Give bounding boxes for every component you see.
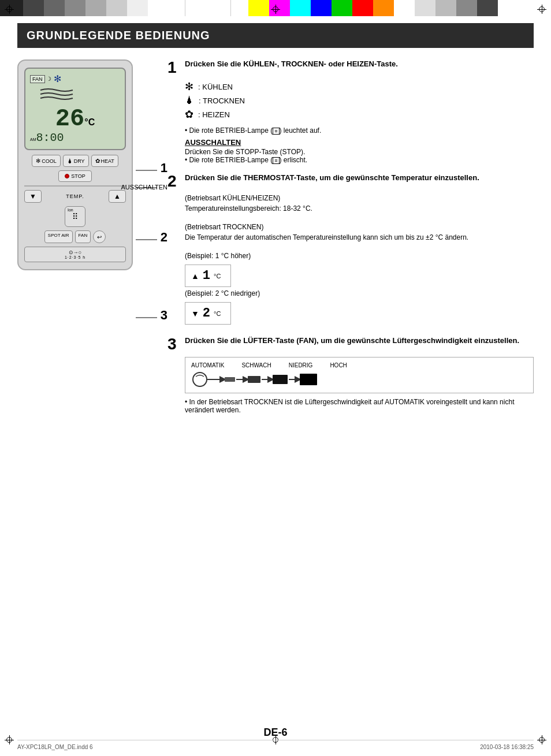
timer-sub-label: 1·2·3·5 h: [33, 255, 117, 259]
title-bar: GRUNDLEGENDE BEDIENUNG: [17, 23, 534, 48]
heat-label: HEAT: [101, 158, 114, 164]
lcd-top-row: FAN ☽ ✻: [30, 73, 120, 84]
ausschalten-label: AUSSCHALTEN: [121, 184, 167, 191]
ion-dots-icon: ⠿: [72, 212, 78, 221]
cool-snowflake-icon: ✻: [36, 158, 40, 164]
content-area: FAN ☽ ✻: [17, 59, 534, 423]
timer-button[interactable]: ⊙→○ 1·2·3·5 h: [24, 247, 126, 262]
example2-box: ▼ 2 °C: [185, 302, 231, 325]
mode-icons-row: ✻ : KÜHLEN 🌢 : TROCKNEN ✿ : HEIZEN: [185, 80, 534, 121]
footer-right: 2010-03-18 16:38:25: [480, 744, 534, 750]
temp-unit: °C: [84, 117, 95, 128]
niedrig-label: NIEDRIG: [289, 362, 313, 368]
airflow-lines: [39, 87, 120, 105]
temp-down-button[interactable]: ▼: [24, 190, 42, 203]
step2-sub1: (Betriebsart KÜHLEN/HEIZEN): [185, 194, 534, 202]
step2-section: 2 Drücken Sie die THERMOSTAT-Taste, um d…: [167, 173, 534, 327]
step1-number: 1: [167, 59, 180, 76]
reg-mark-topcenter: [271, 5, 280, 14]
time-display: AM 8:00: [30, 131, 120, 144]
spot-air-label: SPOT AIR: [48, 233, 69, 238]
fan-speed-diagram: AUTOMATIK SCHWACH NIEDRIG HOCH: [185, 357, 534, 393]
spot-air-button[interactable]: SPOT AIR: [44, 230, 73, 243]
page-title: GRUNDLEGENDE BEDIENUNG: [27, 29, 524, 42]
dry-label: DRY: [74, 158, 85, 164]
cool-button[interactable]: ✻ COOL: [32, 155, 61, 167]
arrow-button[interactable]: ↩: [93, 230, 106, 243]
step-marker-3: 3: [161, 308, 167, 323]
example2-label: (Beispiel: 2 °C niedriger): [185, 289, 534, 297]
svg-rect-10: [273, 375, 288, 384]
dry-icon: 🌢: [67, 158, 73, 164]
kuhlen-icon: ✻: [185, 80, 193, 93]
step1-note: • Die rote BETRIEB-Lampe (≡) leuchtet au…: [185, 126, 534, 135]
stop-indicator: [65, 174, 69, 178]
bottom-bar: AY-XPC18LR_OM_DE.indd 6 2010-03-18 16:38…: [17, 740, 534, 750]
svg-rect-12: [300, 374, 317, 385]
timer-button-container: ⊙→○ 1·2·3·5 h: [24, 247, 126, 262]
svg-rect-8: [248, 376, 260, 383]
temp-up-button[interactable]: ▲: [109, 190, 126, 203]
step2-number: 2: [167, 173, 180, 189]
step3-body: AUTOMATIK SCHWACH NIEDRIG HOCH: [185, 357, 534, 414]
footer-left: AY-XPC18LR_OM_DE.indd 6: [17, 744, 93, 750]
svg-point-4: [193, 373, 207, 386]
reg-mark-bottomright: [537, 735, 546, 744]
step-marker-1: 1: [161, 161, 167, 176]
auto-label: AUTOMATIK: [191, 362, 224, 368]
reg-mark-bottomleft: [5, 735, 14, 744]
stop-label: STOP: [71, 173, 85, 179]
color-bar-left: [0, 0, 185, 16]
bottom-buttons-row: SPOT AIR FAN ↩: [24, 230, 126, 243]
example1-value: 1: [203, 269, 210, 283]
step-number-2: 2: [161, 230, 167, 245]
temp-label: TEMP.: [44, 193, 106, 199]
reg-mark-topleft: [5, 5, 14, 14]
temp-value: 26: [55, 107, 84, 131]
sleep-icon: ☽: [46, 76, 51, 82]
trocknen-icon: 🌢: [185, 95, 194, 106]
ion-button[interactable]: Ion ⠿: [65, 206, 85, 227]
heizen-label: : HEIZEN: [198, 110, 230, 119]
example2-unit: °C: [214, 310, 221, 317]
step2-sub2: (Betriebsart TROCKNEN): [185, 223, 534, 231]
hoch-label: HOCH: [330, 362, 347, 368]
page-number: DE-6: [263, 727, 287, 739]
kuhlen-item: ✻ : KÜHLEN: [185, 80, 534, 93]
snowflake-icon: ✻: [54, 73, 61, 84]
heizen-item: ✿ : HEIZEN: [185, 108, 534, 121]
heat-button[interactable]: ✿ HEAT: [91, 155, 118, 167]
ausschalten-title: AUSSCHALTEN: [185, 138, 534, 147]
step-marker-2: 2: [161, 230, 167, 245]
main-content: GRUNDLEGENDE BEDIENUNG FAN ☽ ✻: [17, 23, 534, 733]
step1-header: 1 Drücken Sie die KÜHLEN-, TROCKNEN- ode…: [167, 59, 534, 76]
timer-label: ⊙→○: [33, 249, 117, 255]
time-value: 8:00: [36, 131, 64, 144]
ion-button-container: Ion ⠿: [24, 206, 126, 227]
example1-label: (Beispiel: 1 °C höher): [185, 252, 534, 260]
step3-number: 3: [167, 336, 180, 352]
lcd-display: FAN ☽ ✻: [24, 68, 126, 150]
arrow-icon: ↩: [97, 234, 102, 240]
fan-button[interactable]: FAN: [75, 230, 91, 243]
reg-mark-topright: [537, 5, 546, 14]
step-number-1: 1: [161, 161, 167, 176]
dry-button[interactable]: 🌢 DRY: [63, 155, 89, 167]
example2-value: 2: [203, 306, 210, 321]
mode-buttons-row: ✻ COOL 🌢 DRY ✿ HEAT: [24, 155, 126, 167]
stop-button-row: STOP: [24, 170, 126, 182]
temp-buttons-row: ▼ TEMP. ▲: [24, 190, 126, 203]
fan-label: FAN: [30, 75, 45, 83]
step2-body: (Betriebsart KÜHLEN/HEIZEN) Temperaturei…: [185, 194, 534, 327]
betrieb-icon-1: ≡: [273, 128, 279, 135]
heat-icon: ✿: [95, 158, 100, 164]
example1-unit: °C: [214, 273, 221, 280]
step2-sub1text: Temperatureinstellungsbereich: 18-32 °C.: [185, 204, 534, 213]
stop-button[interactable]: STOP: [58, 170, 91, 182]
heizen-icon: ✿: [185, 108, 193, 121]
step3-title: Drücken Sie die LÜFTER-Taste (FAN), um d…: [185, 336, 519, 345]
kuhlen-label: : KÜHLEN: [198, 83, 233, 91]
step-number-3: 3: [161, 308, 167, 323]
step3-section: 3 Drücken Sie die LÜFTER-Taste (FAN), um…: [167, 336, 534, 414]
step3-note: • In der Betriebsart TROCKNEN ist die Lü…: [185, 398, 534, 414]
